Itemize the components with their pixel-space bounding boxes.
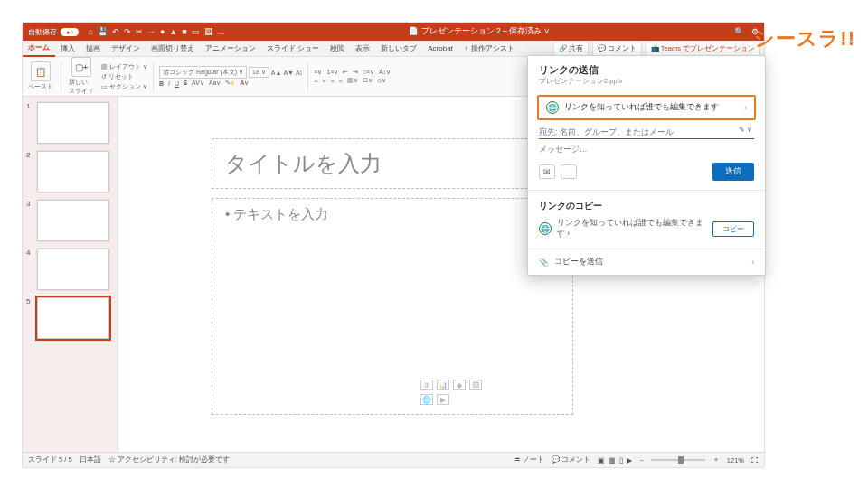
columns-icon[interactable]: ▥∨ bbox=[347, 77, 358, 84]
pic-icon[interactable]: 🖼 bbox=[204, 27, 212, 36]
auto-save-label: 自動保存 bbox=[28, 27, 57, 37]
message-input[interactable] bbox=[539, 143, 754, 155]
paste-button[interactable]: 📋ペースト bbox=[26, 61, 55, 91]
text-dir-icon[interactable]: A↕∨ bbox=[379, 69, 391, 76]
bullets-icon[interactable]: ≡∨ bbox=[314, 69, 322, 76]
tab-view[interactable]: 表示 bbox=[350, 41, 375, 56]
share-subtitle: プレゼンテーション2.pptx bbox=[539, 77, 754, 86]
layout-button[interactable]: ▥ レイアウト ∨ bbox=[101, 62, 147, 71]
arrow-icon[interactable]: → bbox=[147, 27, 156, 36]
tab-draw[interactable]: 描画 bbox=[80, 41, 106, 56]
reading-view-icon[interactable]: ▯ bbox=[619, 456, 623, 465]
font-name-select[interactable]: 游ゴシック Regular (本文) ∨ bbox=[159, 66, 247, 79]
sorter-view-icon[interactable]: ▦ bbox=[609, 456, 616, 465]
align-left-icon[interactable]: ≡ bbox=[314, 78, 317, 84]
normal-view-icon[interactable]: ▣ bbox=[598, 456, 605, 465]
globe-icon: 🌐 bbox=[546, 101, 559, 114]
align-middle-icon[interactable]: ⊟∨ bbox=[363, 77, 373, 84]
zoom-out-icon[interactable]: − bbox=[639, 456, 643, 465]
align-right-icon[interactable]: ≡ bbox=[330, 78, 334, 84]
circle-icon[interactable]: ● bbox=[160, 27, 165, 36]
tab-design[interactable]: デザイン bbox=[106, 41, 146, 56]
thumb-5[interactable]: 5 bbox=[26, 297, 114, 339]
send-copy-button[interactable]: 📎 コピーを送信 › bbox=[528, 249, 765, 275]
section-button[interactable]: ▭ セクション ∨ bbox=[101, 82, 147, 91]
copy-button[interactable]: コピー bbox=[712, 221, 754, 237]
decrease-font-icon[interactable]: A▼ bbox=[283, 70, 294, 76]
indent-inc-icon[interactable]: ⇥ bbox=[353, 69, 358, 76]
home-icon[interactable]: ⌂ bbox=[88, 27, 92, 36]
content-placeholder-icons[interactable]: ⊞📊◆ 🖼🌐▶ bbox=[420, 380, 484, 405]
send-button[interactable]: 送信 bbox=[712, 163, 754, 181]
more-icon[interactable]: … bbox=[217, 27, 225, 36]
increase-font-icon[interactable]: A▲ bbox=[271, 70, 282, 76]
char-space-icon[interactable]: AV∨ bbox=[192, 80, 204, 87]
comments-button[interactable]: 💬コメント bbox=[592, 42, 642, 56]
body-placeholder[interactable]: • テキストを入力 ⊞📊◆ 🖼🌐▶ bbox=[212, 198, 573, 415]
search-icon[interactable]: 🔍 bbox=[734, 27, 744, 36]
fit-icon[interactable]: ⛶ bbox=[751, 456, 759, 465]
share-panel: リンクの送信 プレゼンテーション2.pptx 🌐 リンクを知っていれば誰でも編集… bbox=[527, 55, 766, 276]
font-color-icon[interactable]: A∨ bbox=[240, 80, 249, 87]
share-title: リンクの送信 bbox=[539, 63, 754, 77]
new-slide-button[interactable]: ▢+新しい スライド bbox=[67, 57, 96, 96]
save-icon[interactable]: 💾 bbox=[98, 27, 108, 36]
line-space-icon[interactable]: ↕≡∨ bbox=[363, 69, 374, 76]
tab-transitions[interactable]: 画面切り替え bbox=[146, 41, 200, 56]
notes-button[interactable]: ≐ ノート bbox=[514, 455, 544, 465]
font-size-select[interactable]: 18 ∨ bbox=[249, 67, 269, 78]
language[interactable]: 日本語 bbox=[80, 455, 101, 465]
undo-icon[interactable]: ↶ bbox=[112, 27, 119, 36]
teams-present-button[interactable]: 📺Teams でプレゼンテーション bbox=[646, 42, 760, 56]
thumb-3[interactable]: 3 bbox=[26, 200, 114, 241]
strike-icon[interactable]: S̶ bbox=[184, 80, 187, 87]
bold-icon[interactable]: B bbox=[159, 80, 164, 87]
underline-icon[interactable]: U bbox=[175, 80, 179, 87]
recipients-input[interactable] bbox=[539, 126, 754, 139]
quick-access-toolbar: ⌂ 💾 ↶ ↷ ✂ → ● ▲ ■ ▭ 🖼 … bbox=[88, 27, 224, 36]
comments-button-status[interactable]: 💬 コメント bbox=[552, 455, 590, 465]
slideshow-icon[interactable]: ▶ bbox=[627, 456, 632, 465]
tab-newtab[interactable]: 新しいタブ bbox=[375, 41, 422, 56]
copy-permission-button[interactable]: リンクを知っていれば誰でも編集できます › bbox=[557, 218, 707, 239]
numbering-icon[interactable]: 1≡∨ bbox=[326, 69, 338, 76]
outlook-icon[interactable]: ✉ bbox=[539, 164, 555, 179]
rect-icon[interactable]: ▲ bbox=[169, 27, 177, 36]
link-permission-button[interactable]: 🌐 リンクを知っていれば誰でも編集できます › bbox=[537, 95, 756, 120]
tab-home[interactable]: ホーム bbox=[23, 40, 55, 57]
accessibility-check[interactable]: ☆ アクセシビリティ: 検討が必要です bbox=[108, 455, 230, 465]
auto-save-toggle[interactable]: ●○ bbox=[61, 28, 79, 36]
sq-icon[interactable]: ■ bbox=[182, 27, 186, 36]
zoom-in-icon[interactable]: ＋ bbox=[712, 455, 720, 465]
tab-tell-me[interactable]: ♀ 操作アシスト bbox=[458, 41, 520, 56]
redo-icon[interactable]: ↷ bbox=[124, 27, 131, 36]
indent-dec-icon[interactable]: ⇤ bbox=[343, 69, 348, 76]
tab-animations[interactable]: アニメーション bbox=[200, 41, 261, 56]
reset-button[interactable]: ↺ リセット bbox=[101, 72, 147, 81]
zoom-level[interactable]: 121% bbox=[727, 456, 744, 465]
italic-icon[interactable]: I bbox=[168, 80, 170, 87]
smartart-icon[interactable]: ◇∨ bbox=[377, 77, 386, 84]
more-apps-icon[interactable]: … bbox=[561, 164, 577, 179]
thumb-4[interactable]: 4 bbox=[26, 249, 114, 290]
thumb-2[interactable]: 2 bbox=[26, 151, 114, 192]
statusbar: スライド 5 / 5 日本語 ☆ アクセシビリティ: 検討が必要です ≐ ノート… bbox=[23, 452, 764, 467]
tab-insert[interactable]: 挿入 bbox=[55, 41, 80, 56]
attach-icon: 📎 bbox=[539, 258, 549, 267]
edit-permission-dropdown[interactable]: ✎ ∨ bbox=[739, 126, 752, 134]
justify-icon[interactable]: ≡ bbox=[339, 78, 343, 84]
zoom-slider[interactable] bbox=[651, 459, 705, 461]
case-icon[interactable]: Aa∨ bbox=[209, 80, 222, 87]
box-icon[interactable]: ▭ bbox=[192, 27, 200, 36]
highlight-icon[interactable]: ✎∨ bbox=[225, 80, 235, 87]
tab-slideshow[interactable]: スライド ショー bbox=[261, 41, 325, 56]
share-button[interactable]: 🔗共有 bbox=[553, 42, 589, 56]
title-placeholder[interactable]: タイトルを入力 bbox=[212, 138, 573, 189]
clear-format-icon[interactable]: A⃠ bbox=[296, 70, 302, 76]
titlebar: 自動保存 ●○ ⌂ 💾 ↶ ↷ ✂ → ● ▲ ■ ▭ 🖼 … 📄 プレゼンテー… bbox=[23, 23, 764, 41]
tab-acrobat[interactable]: Acrobat bbox=[422, 42, 458, 55]
tab-review[interactable]: 校閲 bbox=[325, 41, 350, 56]
thumb-1[interactable]: 1 bbox=[26, 102, 114, 144]
cut-icon[interactable]: ✂ bbox=[136, 27, 143, 36]
align-center-icon[interactable]: ≡ bbox=[322, 78, 326, 84]
